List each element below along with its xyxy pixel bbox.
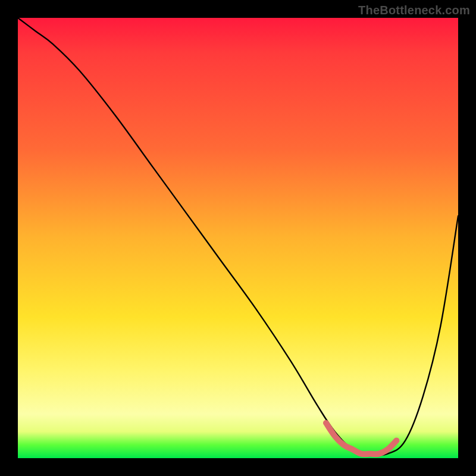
watermark-text: TheBottleneck.com: [358, 4, 470, 17]
plot-area: [18, 18, 458, 458]
chart-svg: [18, 18, 458, 458]
valley-highlight: [326, 423, 396, 454]
curve-line: [18, 18, 458, 455]
chart-frame: TheBottleneck.com: [0, 0, 476, 476]
